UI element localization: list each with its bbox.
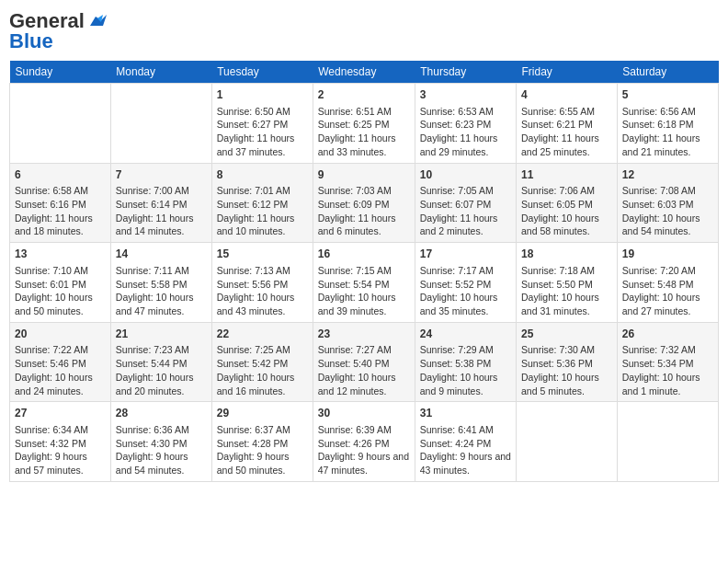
logo-bird-icon [86,13,107,29]
day-info: Sunrise: 6:37 AM Sunset: 4:28 PM Dayligh… [217,423,308,477]
weekday-header-friday: Friday [517,61,618,84]
calendar-cell: 13Sunrise: 7:10 AM Sunset: 6:01 PM Dayli… [10,243,111,323]
day-info: Sunrise: 6:51 AM Sunset: 6:25 PM Dayligh… [318,105,410,159]
weekday-header-wednesday: Wednesday [313,61,415,84]
day-info: Sunrise: 7:15 AM Sunset: 5:54 PM Dayligh… [318,264,410,318]
day-info: Sunrise: 7:10 AM Sunset: 6:01 PM Dayligh… [15,264,106,318]
day-number: 22 [217,327,308,342]
day-info: Sunrise: 7:29 AM Sunset: 5:38 PM Dayligh… [420,343,511,397]
calendar-cell: 14Sunrise: 7:11 AM Sunset: 5:58 PM Dayli… [110,243,211,323]
day-info: Sunrise: 7:17 AM Sunset: 5:52 PM Dayligh… [420,264,511,318]
day-number: 24 [420,327,511,342]
calendar-cell: 4Sunrise: 6:55 AM Sunset: 6:21 PM Daylig… [517,84,618,164]
weekday-header-thursday: Thursday [415,61,516,84]
day-number: 29 [217,406,308,421]
calendar-table: SundayMondayTuesdayWednesdayThursdayFrid… [9,61,719,482]
day-number: 2 [318,87,410,103]
calendar-cell: 3Sunrise: 6:53 AM Sunset: 6:23 PM Daylig… [415,84,516,164]
weekday-header-monday: Monday [110,61,211,84]
week-row-2: 6Sunrise: 6:58 AM Sunset: 6:16 PM Daylig… [10,163,719,243]
calendar-cell: 12Sunrise: 7:08 AM Sunset: 6:03 PM Dayli… [617,163,718,243]
day-number: 14 [116,247,207,262]
day-info: Sunrise: 7:22 AM Sunset: 5:46 PM Dayligh… [15,343,106,397]
day-info: Sunrise: 7:25 AM Sunset: 5:42 PM Dayligh… [217,343,308,397]
calendar-cell: 26Sunrise: 7:32 AM Sunset: 5:34 PM Dayli… [617,322,718,402]
calendar-cell: 24Sunrise: 7:29 AM Sunset: 5:38 PM Dayli… [415,322,516,402]
day-info: Sunrise: 7:13 AM Sunset: 5:56 PM Dayligh… [217,264,308,318]
calendar-cell: 29Sunrise: 6:37 AM Sunset: 4:28 PM Dayli… [211,402,313,482]
logo-blue: Blue [9,29,53,53]
day-number: 6 [15,167,106,183]
calendar-cell: 27Sunrise: 6:34 AM Sunset: 4:32 PM Dayli… [10,402,111,482]
day-info: Sunrise: 6:39 AM Sunset: 4:26 PM Dayligh… [318,423,410,477]
day-info: Sunrise: 7:00 AM Sunset: 6:14 PM Dayligh… [116,184,207,238]
calendar-cell: 28Sunrise: 6:36 AM Sunset: 4:30 PM Dayli… [110,402,211,482]
day-info: Sunrise: 6:36 AM Sunset: 4:30 PM Dayligh… [116,423,207,477]
calendar-cell: 8Sunrise: 7:01 AM Sunset: 6:12 PM Daylig… [211,163,313,243]
day-info: Sunrise: 6:58 AM Sunset: 6:16 PM Dayligh… [15,184,106,238]
day-number: 21 [116,327,207,342]
calendar-cell: 7Sunrise: 7:00 AM Sunset: 6:14 PM Daylig… [110,163,211,243]
day-info: Sunrise: 7:11 AM Sunset: 5:58 PM Dayligh… [116,264,207,318]
week-row-4: 20Sunrise: 7:22 AM Sunset: 5:46 PM Dayli… [10,322,719,402]
calendar-cell: 6Sunrise: 6:58 AM Sunset: 6:16 PM Daylig… [10,163,111,243]
calendar-cell: 25Sunrise: 7:30 AM Sunset: 5:36 PM Dayli… [517,322,618,402]
day-info: Sunrise: 7:05 AM Sunset: 6:07 PM Dayligh… [420,184,511,238]
day-number: 27 [15,406,106,421]
day-number: 1 [217,87,308,103]
day-number: 8 [217,167,308,183]
calendar-cell: 11Sunrise: 7:06 AM Sunset: 6:05 PM Dayli… [517,163,618,243]
day-number: 11 [521,167,612,183]
day-number: 26 [622,327,713,342]
calendar-cell: 18Sunrise: 7:18 AM Sunset: 5:50 PM Dayli… [517,243,618,323]
calendar-cell: 17Sunrise: 7:17 AM Sunset: 5:52 PM Dayli… [415,243,516,323]
day-info: Sunrise: 6:55 AM Sunset: 6:21 PM Dayligh… [521,105,612,159]
calendar-cell: 19Sunrise: 7:20 AM Sunset: 5:48 PM Dayli… [617,243,718,323]
day-info: Sunrise: 6:53 AM Sunset: 6:23 PM Dayligh… [420,105,511,159]
day-info: Sunrise: 7:27 AM Sunset: 5:40 PM Dayligh… [318,343,410,397]
svg-marker-0 [90,15,107,26]
day-number: 3 [420,87,511,103]
day-info: Sunrise: 6:50 AM Sunset: 6:27 PM Dayligh… [217,105,308,159]
day-number: 20 [15,327,106,342]
day-info: Sunrise: 7:23 AM Sunset: 5:44 PM Dayligh… [116,343,207,397]
weekday-header-saturday: Saturday [617,61,718,84]
day-number: 31 [420,406,511,421]
calendar-cell: 30Sunrise: 6:39 AM Sunset: 4:26 PM Dayli… [313,402,415,482]
page-header: General Blue [9,9,719,53]
calendar-cell [517,402,618,482]
calendar-cell [10,84,111,164]
calendar-cell [617,402,718,482]
day-info: Sunrise: 6:34 AM Sunset: 4:32 PM Dayligh… [15,423,106,477]
calendar-cell: 2Sunrise: 6:51 AM Sunset: 6:25 PM Daylig… [313,84,415,164]
calendar-cell: 15Sunrise: 7:13 AM Sunset: 5:56 PM Dayli… [211,243,313,323]
day-number: 17 [420,247,511,262]
week-row-3: 13Sunrise: 7:10 AM Sunset: 6:01 PM Dayli… [10,243,719,323]
weekday-header-sunday: Sunday [10,61,111,84]
day-number: 23 [318,327,410,342]
calendar-cell: 1Sunrise: 6:50 AM Sunset: 6:27 PM Daylig… [211,84,313,164]
day-number: 7 [116,167,207,183]
day-info: Sunrise: 7:30 AM Sunset: 5:36 PM Dayligh… [521,343,612,397]
day-info: Sunrise: 6:56 AM Sunset: 6:18 PM Dayligh… [622,105,713,159]
weekday-header-row: SundayMondayTuesdayWednesdayThursdayFrid… [10,61,719,84]
day-number: 25 [521,327,612,342]
calendar-cell: 20Sunrise: 7:22 AM Sunset: 5:46 PM Dayli… [10,322,111,402]
calendar-cell: 31Sunrise: 6:41 AM Sunset: 4:24 PM Dayli… [415,402,516,482]
day-number: 16 [318,247,410,262]
day-number: 4 [521,87,612,103]
day-info: Sunrise: 7:03 AM Sunset: 6:09 PM Dayligh… [318,184,410,238]
day-info: Sunrise: 7:01 AM Sunset: 6:12 PM Dayligh… [217,184,308,238]
week-row-5: 27Sunrise: 6:34 AM Sunset: 4:32 PM Dayli… [10,402,719,482]
calendar-cell: 9Sunrise: 7:03 AM Sunset: 6:09 PM Daylig… [313,163,415,243]
calendar-cell [110,84,211,164]
day-number: 18 [521,247,612,262]
calendar-cell: 10Sunrise: 7:05 AM Sunset: 6:07 PM Dayli… [415,163,516,243]
day-number: 19 [622,247,713,262]
day-number: 30 [318,406,410,421]
day-info: Sunrise: 7:32 AM Sunset: 5:34 PM Dayligh… [622,343,713,397]
day-info: Sunrise: 7:06 AM Sunset: 6:05 PM Dayligh… [521,184,612,238]
weekday-header-tuesday: Tuesday [211,61,313,84]
logo: General Blue [9,9,107,53]
day-number: 12 [622,167,713,183]
